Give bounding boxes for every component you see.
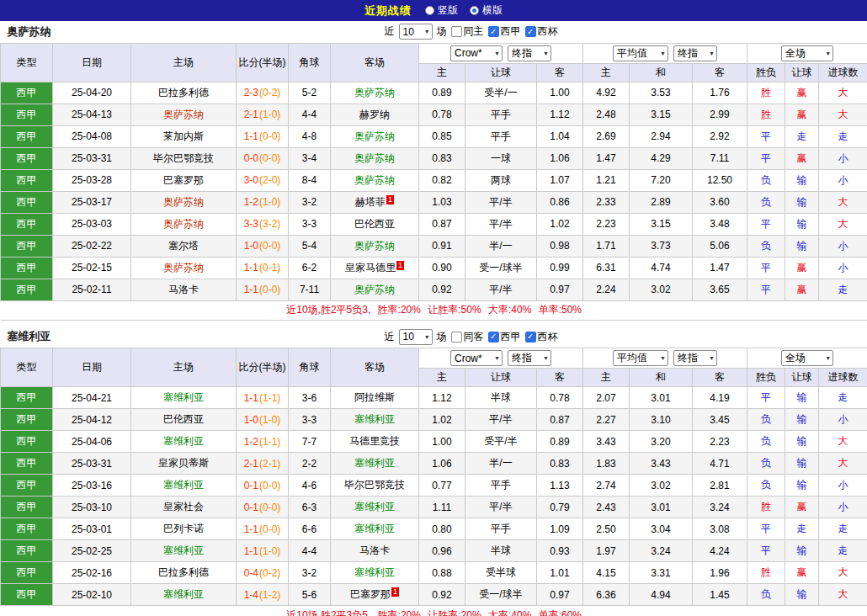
filter-checkbox-同主[interactable]: 同主 bbox=[451, 24, 484, 39]
home-team-name[interactable]: 巴拉多利德 bbox=[158, 87, 209, 98]
away-team-name[interactable]: 皇家马德里 bbox=[345, 262, 396, 273]
euro-home-odds: 2.07 bbox=[583, 387, 630, 409]
home-team-cell: 塞维利亚 bbox=[131, 387, 237, 409]
home-team-name[interactable]: 马洛卡 bbox=[168, 284, 199, 295]
away-team-name[interactable]: 马洛卡 bbox=[359, 544, 390, 556]
score-cell: 1-0(1-0) bbox=[237, 409, 289, 431]
red-card-badge: 1 bbox=[396, 261, 404, 270]
home-team-name[interactable]: 塞维利亚 bbox=[163, 435, 204, 447]
asia-away-odds: 0.87 bbox=[537, 409, 583, 431]
away-team-name[interactable]: 奥萨苏纳 bbox=[354, 284, 395, 295]
euro-odds-stage-select[interactable]: 终指▼ bbox=[673, 350, 717, 366]
games-count-select[interactable]: 10▼ bbox=[399, 329, 433, 345]
corner-score: 8-4 bbox=[289, 169, 331, 191]
home-team-cell: 塞维利亚 bbox=[131, 584, 237, 606]
result-scope-select[interactable]: 全场▼ bbox=[781, 350, 833, 366]
home-team-name[interactable]: 莱加内斯 bbox=[163, 130, 204, 142]
result-outcome: 平 bbox=[747, 387, 785, 409]
home-team-name[interactable]: 皇家贝蒂斯 bbox=[158, 457, 209, 469]
match-date: 25-03-31 bbox=[53, 147, 131, 169]
away-team-cell: 奥萨苏纳 bbox=[331, 235, 419, 257]
euro-odds-source-select[interactable]: 平均值▼ bbox=[613, 45, 668, 61]
chevron-down-icon: ▼ bbox=[709, 50, 715, 56]
home-team-name[interactable]: 巴拉多利德 bbox=[158, 566, 209, 578]
score-cell: 0-4(0-2) bbox=[237, 562, 289, 584]
bookmaker-select[interactable]: Crow*▼ bbox=[450, 350, 503, 366]
away-team-name[interactable]: 塞维利亚 bbox=[354, 523, 395, 534]
home-team-name[interactable]: 皇家社会 bbox=[163, 501, 204, 512]
red-card-badge: 1 bbox=[391, 587, 399, 597]
away-team-name[interactable]: 阿拉维斯 bbox=[354, 391, 395, 403]
away-team-name[interactable]: 马德里竞技 bbox=[349, 435, 400, 447]
score-cell: 0-1(0-0) bbox=[237, 475, 289, 497]
halftime-score: (0-2) bbox=[259, 87, 280, 98]
filter-checkbox-西甲[interactable]: ✓西甲 bbox=[488, 330, 521, 344]
away-team-name[interactable]: 奥萨苏纳 bbox=[354, 240, 395, 252]
euro-away-odds: 2.99 bbox=[693, 104, 747, 125]
filter-checkbox-西杯[interactable]: ✓西杯 bbox=[525, 330, 558, 344]
league-badge: 西甲 bbox=[1, 147, 53, 169]
home-team-name[interactable]: 巴塞罗那 bbox=[163, 174, 204, 186]
bookmaker-select[interactable]: Crow*▼ bbox=[450, 45, 503, 61]
summary-row: 近10场,胜2平3负5, 胜率:20% 让胜率:20% 大率:40% 单率:60… bbox=[1, 606, 867, 616]
filter-checkbox-西甲[interactable]: ✓西甲 bbox=[488, 24, 521, 39]
euro-away-odds: 4.71 bbox=[693, 453, 747, 475]
euro-draw-odds: 3.15 bbox=[630, 213, 693, 235]
result-scope-select-value: 全场 bbox=[785, 351, 806, 365]
home-team-cell: 奥萨苏纳 bbox=[131, 191, 237, 213]
away-team-cell: 奥萨苏纳 bbox=[331, 125, 419, 147]
league-badge: 西甲 bbox=[1, 562, 53, 584]
chevron-down-icon: ▼ bbox=[660, 50, 666, 56]
away-team-name[interactable]: 奥萨苏纳 bbox=[354, 130, 395, 142]
result-handicap: 输 bbox=[785, 191, 819, 213]
filter-checkbox-同客[interactable]: 同客 bbox=[451, 330, 484, 344]
away-team-name[interactable]: 毕尔巴鄂竞技 bbox=[344, 479, 405, 491]
home-team-name[interactable]: 奥萨苏纳 bbox=[163, 218, 204, 230]
home-team-name[interactable]: 巴列卡诺 bbox=[163, 523, 204, 534]
home-team-name[interactable]: 塞维利亚 bbox=[163, 479, 204, 491]
fulltime-score: 1-1 bbox=[244, 284, 258, 295]
euro-away-odds: 2.92 bbox=[693, 125, 747, 147]
away-team-name[interactable]: 奥萨苏纳 bbox=[354, 152, 395, 164]
result-goals: 小 bbox=[819, 235, 867, 257]
home-team-cell: 塞维利亚 bbox=[131, 431, 237, 453]
games-count-select[interactable]: 10▼ bbox=[399, 24, 433, 40]
home-team-name[interactable]: 塞维利亚 bbox=[163, 588, 204, 600]
home-team-name[interactable]: 塞尔塔 bbox=[168, 240, 199, 252]
result-scope-select[interactable]: 全场▼ bbox=[781, 45, 833, 61]
result-handicap: 赢 bbox=[785, 104, 819, 125]
away-team-name[interactable]: 塞维利亚 bbox=[354, 566, 395, 578]
home-team-name[interactable]: 巴伦西亚 bbox=[163, 413, 204, 425]
away-team-name[interactable]: 巴伦西亚 bbox=[354, 218, 395, 230]
euro-home-odds: 1.83 bbox=[583, 453, 630, 475]
filter-checkbox-西杯[interactable]: ✓西杯 bbox=[525, 24, 558, 39]
home-team-name[interactable]: 奥萨苏纳 bbox=[163, 109, 204, 120]
home-team-name[interactable]: 奥萨苏纳 bbox=[163, 196, 204, 208]
asia-home-odds: 0.78 bbox=[419, 104, 465, 125]
asia-home-odds: 0.96 bbox=[419, 540, 465, 562]
away-team-name[interactable]: 奥萨苏纳 bbox=[354, 87, 395, 98]
away-team-name[interactable]: 塞维利亚 bbox=[354, 413, 395, 425]
away-team-name[interactable]: 塞维利亚 bbox=[354, 457, 395, 469]
home-team-name[interactable]: 奥萨苏纳 bbox=[163, 262, 204, 273]
away-team-name[interactable]: 赫塔菲 bbox=[355, 196, 386, 208]
euro-draw-odds: 3.01 bbox=[630, 497, 693, 518]
result-outcome: 平 bbox=[747, 257, 785, 279]
euro-odds-stage-select[interactable]: 终指▼ bbox=[673, 45, 717, 61]
away-team-name[interactable]: 巴塞罗那 bbox=[350, 588, 391, 600]
match-date: 25-02-15 bbox=[53, 257, 131, 279]
layout-radio-horizontal[interactable]: 横版 bbox=[470, 3, 503, 18]
euro-odds-source-select[interactable]: 平均值▼ bbox=[613, 350, 668, 366]
home-team-name[interactable]: 毕尔巴鄂竞技 bbox=[153, 152, 214, 164]
asia-home-odds: 1.12 bbox=[419, 387, 465, 409]
asia-odds-stage-select[interactable]: 终指▼ bbox=[508, 350, 551, 366]
away-team-name[interactable]: 奥萨苏纳 bbox=[354, 174, 395, 186]
away-team-name[interactable]: 塞维利亚 bbox=[354, 501, 395, 512]
asia-odds-stage-select[interactable]: 终指▼ bbox=[508, 45, 551, 61]
home-team-name[interactable]: 塞维利亚 bbox=[163, 544, 204, 556]
home-team-name[interactable]: 塞维利亚 bbox=[163, 391, 204, 403]
layout-radio-vertical[interactable]: 竖版 bbox=[425, 3, 458, 18]
away-team-name[interactable]: 赫罗纳 bbox=[359, 109, 390, 120]
fulltime-score: 1-1 bbox=[244, 545, 258, 557]
score-cell: 1-1(1-1) bbox=[237, 387, 289, 409]
